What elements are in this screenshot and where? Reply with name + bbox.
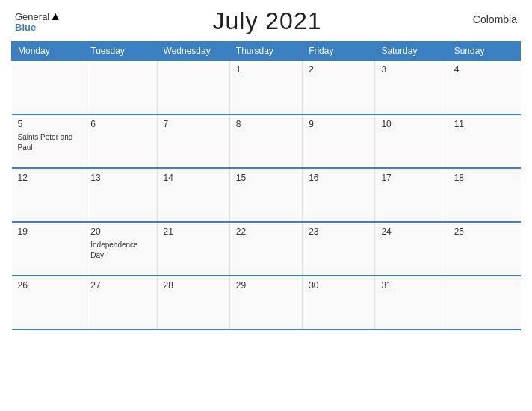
day-number: 9: [309, 119, 368, 129]
calendar-cell: 23: [303, 222, 375, 276]
calendar-cell: 31: [375, 276, 448, 330]
calendar-cell: 16: [303, 168, 375, 222]
calendar-cell: 11: [448, 114, 520, 168]
calendar-cell: 20Independence Day: [84, 222, 157, 276]
day-number: 13: [90, 173, 150, 183]
col-monday: Monday: [12, 42, 84, 61]
day-number: 16: [309, 173, 368, 183]
calendar-cell: [448, 276, 520, 330]
day-number: 31: [381, 280, 441, 291]
day-number: 20: [90, 226, 150, 237]
day-number: 4: [454, 64, 515, 75]
calendar-cell: 17: [375, 168, 448, 222]
country-label: Colombia: [473, 7, 517, 25]
day-number: 3: [381, 64, 441, 75]
day-number: 23: [309, 226, 368, 237]
calendar-cell: 7: [157, 114, 229, 168]
calendar-cell: 3: [375, 61, 448, 114]
calendar-cell: 2: [303, 61, 375, 114]
day-number: 21: [164, 226, 223, 237]
calendar-cell: [12, 61, 84, 114]
calendar-week-row: 12131415161718: [12, 168, 521, 222]
calendar-cell: 12: [12, 168, 84, 222]
day-number: 7: [164, 119, 223, 129]
calendar-cell: 6: [84, 114, 157, 168]
calendar-cell: 8: [229, 114, 302, 168]
col-sunday: Sunday: [448, 42, 520, 61]
calendar-cell: 25: [448, 222, 520, 276]
calendar-cell: 24: [375, 222, 448, 276]
calendar-week-row: 1234: [12, 61, 521, 114]
col-wednesday: Wednesday: [157, 42, 229, 61]
calendar-cell: 1: [229, 61, 302, 114]
calendar-cell: 19: [12, 222, 84, 276]
day-number: 1: [236, 64, 296, 75]
calendar-cell: 30: [303, 276, 375, 330]
day-number: 19: [18, 226, 78, 237]
calendar-header-row: Monday Tuesday Wednesday Thursday Friday…: [12, 42, 521, 61]
calendar-cell: 5Saints Peter and Paul: [12, 114, 84, 168]
calendar-cell: 18: [448, 168, 520, 222]
calendar-cell: 4: [448, 61, 520, 114]
day-number: 30: [309, 280, 368, 291]
day-number: 10: [381, 119, 441, 129]
col-thursday: Thursday: [229, 42, 302, 61]
calendar-cell: 28: [157, 276, 229, 330]
col-tuesday: Tuesday: [84, 42, 157, 61]
calendar-cell: 26: [12, 276, 84, 330]
calendar-cell: 27: [84, 276, 157, 330]
day-number: 15: [236, 173, 296, 183]
day-number: 5: [18, 119, 78, 129]
day-number: 29: [236, 280, 296, 291]
day-number: 28: [164, 280, 223, 291]
header: General▲ Blue July 2021 Colombia: [11, 7, 521, 35]
day-number: 8: [236, 119, 296, 129]
logo-blue: Blue: [15, 22, 61, 32]
calendar-cell: 22: [229, 222, 302, 276]
day-number: 24: [381, 226, 441, 237]
calendar-cell: 15: [229, 168, 302, 222]
day-number: 6: [90, 119, 150, 129]
calendar-cell: [157, 61, 229, 114]
day-number: 12: [18, 173, 78, 183]
calendar-week-row: 262728293031: [12, 276, 521, 330]
logo: General▲ Blue: [15, 10, 61, 32]
day-number: 25: [454, 226, 515, 237]
calendar-week-row: 1920Independence Day2122232425: [12, 222, 521, 276]
day-number: 2: [309, 64, 368, 75]
day-number: 26: [18, 280, 78, 291]
day-number: 18: [454, 173, 515, 183]
day-event: Independence Day: [90, 241, 137, 259]
calendar-table: Monday Tuesday Wednesday Thursday Friday…: [11, 41, 521, 330]
day-event: Saints Peter and Paul: [18, 133, 73, 152]
col-saturday: Saturday: [375, 42, 448, 61]
calendar-cell: 21: [157, 222, 229, 276]
calendar-cell: 29: [229, 276, 302, 330]
calendar-cell: 9: [303, 114, 375, 168]
day-number: 27: [90, 280, 150, 291]
day-number: 11: [454, 119, 515, 129]
logo-general: General▲: [15, 10, 61, 22]
day-number: 14: [164, 173, 223, 183]
calendar-week-row: 5Saints Peter and Paul67891011: [12, 114, 521, 168]
calendar-cell: 10: [375, 114, 448, 168]
calendar-cell: 14: [157, 168, 229, 222]
col-friday: Friday: [303, 42, 375, 61]
calendar-cell: 13: [84, 168, 157, 222]
calendar-page: General▲ Blue July 2021 Colombia Monday …: [0, 0, 532, 411]
day-number: 17: [381, 173, 441, 183]
calendar-title: July 2021: [212, 7, 321, 35]
day-number: 22: [236, 226, 296, 237]
calendar-cell: [84, 61, 157, 114]
